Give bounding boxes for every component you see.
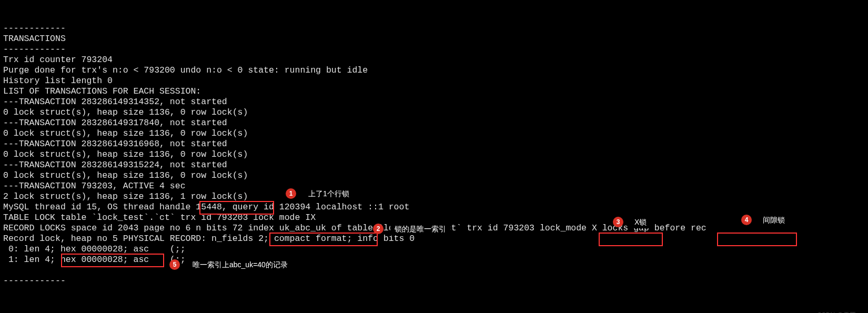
annotation-5: 唯一索引上abc_uk=40的记录 bbox=[188, 258, 292, 271]
line-t5: ---TRANSACTION 793203, ACTIVE 4 sec bbox=[3, 181, 186, 191]
dash-mid: ------------ bbox=[3, 44, 66, 54]
line-rec1: 1: len 4; hex 00000028; asc (;; bbox=[3, 255, 186, 265]
badge-1-num: 1 bbox=[289, 188, 293, 199]
line-rec-idx: index uk_abc_uk bbox=[248, 223, 326, 233]
line-rec-mode: lock_mode X bbox=[540, 223, 597, 233]
line-t2: ---TRANSACTION 283286149317840, not star… bbox=[3, 118, 227, 128]
dash-bot: ------------ bbox=[3, 276, 66, 286]
badge-3-num: 3 bbox=[617, 217, 620, 227]
badge-2: 2 bbox=[373, 224, 383, 234]
annotation-1: 上了1个行锁 bbox=[304, 187, 354, 200]
terminal-output: ------------ TRANSACTIONS ------------ T… bbox=[3, 13, 706, 286]
line-t3a: 0 lock struct(s), heap size 1136, 0 row … bbox=[3, 149, 248, 159]
annotation-4: 间隙锁 bbox=[759, 214, 789, 226]
dash-top: ------------ bbox=[3, 23, 66, 33]
badge-1: 1 bbox=[286, 188, 296, 199]
line-rec0-hex: hex 00000028; bbox=[60, 244, 128, 254]
line-t5a-pre: 2 lock struct(s), heap size 1136, bbox=[3, 191, 180, 201]
highlight-box-4 bbox=[717, 233, 797, 246]
line-t1a: 0 lock struct(s), heap size 1136, 0 row … bbox=[3, 107, 248, 117]
line-t4: ---TRANSACTION 283286149315224, not star… bbox=[3, 160, 227, 170]
badge-4: 4 bbox=[741, 215, 752, 225]
line-purge: Purge done for trx's n:o < 793200 undo n… bbox=[3, 65, 368, 75]
annotation-2: 锁的是唯一索引 bbox=[390, 223, 450, 235]
line-t2a: 0 lock struct(s), heap size 1136, 0 row … bbox=[3, 128, 248, 138]
line-t3: ---TRANSACTION 283286149316968, not star… bbox=[3, 139, 227, 149]
line-t1: ---TRANSACTION 283286149314352, not star… bbox=[3, 97, 227, 107]
line-thread: MySQL thread id 15, OS thread handle 154… bbox=[3, 202, 409, 212]
line-phys: Record lock, heap no 5 PHYSICAL RECORD: … bbox=[3, 234, 415, 244]
line-hist: History list length 0 bbox=[3, 76, 113, 86]
line-t4a: 0 lock struct(s), heap size 1136, 0 row … bbox=[3, 170, 248, 180]
line-rec-pre: RECORD LOCKS space id 2043 page no 6 n b… bbox=[3, 223, 248, 233]
line-trxid: Trx id counter 793204 bbox=[3, 55, 113, 65]
line-rec0-pre: 0: len 4; bbox=[3, 244, 60, 254]
badge-2-num: 2 bbox=[377, 224, 380, 234]
line-listhdr: LIST OF TRANSACTIONS FOR EACH SESSION: bbox=[3, 86, 201, 96]
line-rec0-post: asc (;; bbox=[128, 244, 186, 254]
watermark: CSDN @天罡gg bbox=[817, 310, 863, 313]
line-t5a-box: 1 row lock(s) bbox=[180, 191, 248, 201]
badge-5: 5 bbox=[169, 259, 180, 270]
badge-4-num: 4 bbox=[745, 215, 749, 225]
line-tablelock: TABLE LOCK table `lock_test`.`ct` trx id… bbox=[3, 213, 316, 223]
hdr: TRANSACTIONS bbox=[3, 34, 66, 44]
annotation-3: X锁 bbox=[630, 216, 651, 228]
badge-5-num: 5 bbox=[173, 259, 177, 270]
badge-3: 3 bbox=[613, 217, 623, 227]
